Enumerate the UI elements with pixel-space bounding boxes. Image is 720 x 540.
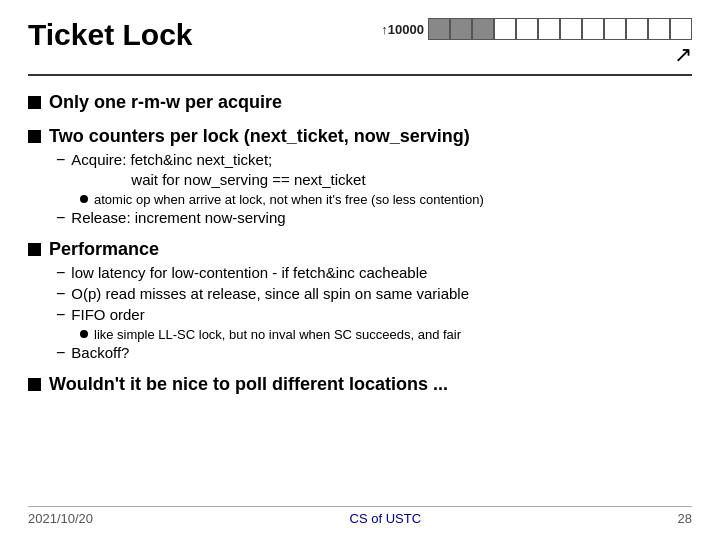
ticket-cell-empty-2 [516, 18, 538, 40]
ticket-diagram: ↑10000 [381, 18, 692, 68]
sub-sub-llsc: like simple LL-SC lock, but no inval whe… [80, 327, 692, 342]
slide: Ticket Lock ↑10000 [0, 0, 720, 540]
release-text: Release: increment now-serving [71, 208, 285, 228]
sub-bullet-backoff: − Backoff? [56, 343, 692, 363]
footer-date: 2021/10/20 [28, 511, 93, 526]
ticket-cells [428, 18, 692, 40]
section-4-text: Wouldn't it be nice to poll different lo… [49, 374, 448, 395]
ticket-cell-empty-7 [626, 18, 648, 40]
slide-header: Ticket Lock ↑10000 [28, 18, 692, 76]
footer-institution: CS of USTC [350, 511, 422, 526]
ticket-cell-empty-5 [582, 18, 604, 40]
section-3-title: Performance [28, 239, 692, 260]
backoff-text: Backoff? [71, 343, 129, 363]
footer-page: 28 [678, 511, 692, 526]
diagram-arrow: ↗ [674, 42, 692, 68]
slide-footer: 2021/10/20 CS of USTC 28 [28, 506, 692, 526]
slide-content: Only one r-m-w per acquire Two counters … [28, 86, 692, 500]
square-icon-2 [28, 130, 41, 143]
ticket-cell-filled-1 [428, 18, 450, 40]
dash-icon-release: − [56, 209, 65, 227]
fifo-text: FIFO order [71, 305, 144, 325]
ticket-cell-filled-3 [472, 18, 494, 40]
low-latency-text: low latency for low-contention - if fetc… [71, 263, 427, 283]
slide-title: Ticket Lock [28, 18, 193, 51]
square-icon-4 [28, 378, 41, 391]
ticket-cell-filled-2 [450, 18, 472, 40]
acquire-line2: wait for now_serving == next_ticket [131, 171, 365, 188]
ticket-label: ↑10000 [381, 22, 424, 37]
llsc-text: like simple LL-SC lock, but no inval whe… [94, 327, 461, 342]
square-icon-1 [28, 96, 41, 109]
ticket-cell-empty-4 [560, 18, 582, 40]
op-text: O(p) read misses at release, since all s… [71, 284, 469, 304]
section-2-text: Two counters per lock (next_ticket, now_… [49, 126, 470, 147]
sub-sub-atomic: atomic op when arrive at lock, not when … [80, 192, 692, 207]
sub-bullet-fifo: − FIFO order [56, 305, 692, 325]
section-1: Only one r-m-w per acquire [28, 86, 692, 116]
dot-icon-atomic [80, 195, 88, 203]
sub-bullet-low-latency: − low latency for low-contention - if fe… [56, 263, 692, 283]
section-2-title: Two counters per lock (next_ticket, now_… [28, 126, 692, 147]
section-2: Two counters per lock (next_ticket, now_… [28, 120, 692, 229]
ticket-cell-empty-6 [604, 18, 626, 40]
atomic-text: atomic op when arrive at lock, not when … [94, 192, 484, 207]
ticket-cell-empty-1 [494, 18, 516, 40]
ticket-cell-empty-3 [538, 18, 560, 40]
section-1-title: Only one r-m-w per acquire [28, 92, 692, 113]
sub-bullet-op: − O(p) read misses at release, since all… [56, 284, 692, 304]
sub-bullet-acquire: − Acquire: fetch&inc next_ticket; wait f… [56, 150, 692, 191]
sub-bullet-release: − Release: increment now-serving [56, 208, 692, 228]
section-4-title: Wouldn't it be nice to poll different lo… [28, 374, 692, 395]
section-4: Wouldn't it be nice to poll different lo… [28, 368, 692, 398]
dash-icon-low-latency: − [56, 264, 65, 282]
dash-icon-acquire: − [56, 151, 65, 169]
acquire-line1: Acquire: fetch&inc next_ticket; [71, 151, 272, 168]
ticket-cell-empty-9 [670, 18, 692, 40]
dash-icon-backoff: − [56, 344, 65, 362]
acquire-text: Acquire: fetch&inc next_ticket; wait for… [71, 150, 365, 191]
section-3: Performance − low latency for low-conten… [28, 233, 692, 364]
section-3-text: Performance [49, 239, 159, 260]
square-icon-3 [28, 243, 41, 256]
ticket-cell-empty-8 [648, 18, 670, 40]
ticket-bar-row: ↑10000 [381, 18, 692, 40]
section-1-text: Only one r-m-w per acquire [49, 92, 282, 113]
dash-icon-op: − [56, 285, 65, 303]
dot-icon-llsc [80, 330, 88, 338]
dash-icon-fifo: − [56, 306, 65, 324]
